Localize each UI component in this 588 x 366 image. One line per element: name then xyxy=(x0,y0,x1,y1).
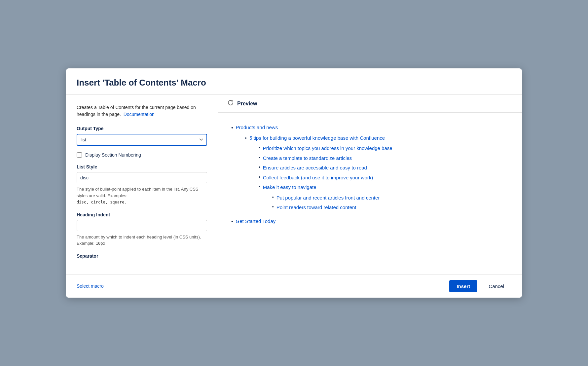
select-macro-link[interactable]: Select macro xyxy=(77,283,104,289)
cancel-button[interactable]: Cancel xyxy=(481,280,511,292)
list-style-help: The style of bullet-point applied to eac… xyxy=(77,186,207,205)
output-type-group: Output Type list flat xyxy=(77,126,207,146)
right-panel: Preview Products and news 5 tips for bui… xyxy=(218,95,522,274)
toc-link-get-started[interactable]: Get Started Today xyxy=(236,217,509,226)
toc-item-level4-1: Point readers toward related content xyxy=(272,203,509,212)
toc-item-level3-0: Prioritize which topics you address in y… xyxy=(259,144,509,153)
output-type-label: Output Type xyxy=(77,126,207,131)
insert-button[interactable]: Insert xyxy=(449,280,477,292)
section-numbering-label: Display Section Numbering xyxy=(85,152,141,158)
separator-label: Separator xyxy=(77,253,207,259)
toc-item-level3-4: Make it easy to navigate Put popular and… xyxy=(259,183,509,213)
list-style-label: List Style xyxy=(77,164,207,169)
description-text: Creates a Table of Contents for the curr… xyxy=(77,104,207,118)
toc-link-navigate[interactable]: Make it easy to navigate xyxy=(263,183,509,192)
heading-indent-label: Heading Indent xyxy=(77,212,207,217)
toc-link-template[interactable]: Create a template to standardize article… xyxy=(263,154,509,163)
dialog-header: Insert 'Table of Contents' Macro xyxy=(66,68,522,95)
documentation-link[interactable]: Documentation xyxy=(124,112,155,117)
toc-item-level3-2: Ensure articles are accessible and easy … xyxy=(259,164,509,172)
toc-link-related[interactable]: Point readers toward related content xyxy=(276,203,509,212)
toc-item-level4-0: Put popular and recent articles front an… xyxy=(272,194,509,202)
separator-group: Separator xyxy=(77,253,207,259)
toc-root: Products and news 5 tips for building a … xyxy=(231,123,509,226)
toc-link-5tips[interactable]: 5 tips for building a powerful knowledge… xyxy=(249,134,509,142)
output-type-select[interactable]: list flat xyxy=(77,134,207,146)
toc-item-level3-1: Create a template to standardize article… xyxy=(259,154,509,163)
insert-macro-dialog: Insert 'Table of Contents' Macro Creates… xyxy=(66,68,522,298)
toc-link-products-and-news[interactable]: Products and news xyxy=(236,123,509,132)
preview-title: Preview xyxy=(237,101,257,107)
toc-link-accessible[interactable]: Ensure articles are accessible and easy … xyxy=(263,164,509,172)
heading-indent-group: Heading Indent The amount by which to in… xyxy=(77,212,207,247)
toc-link-prioritize[interactable]: Prioritize which topics you address in y… xyxy=(263,144,509,153)
heading-indent-help: The amount by which to indent each headi… xyxy=(77,234,207,247)
dialog-footer: Select macro Insert Cancel xyxy=(66,274,522,298)
list-style-input[interactable] xyxy=(77,172,207,183)
list-style-group: List Style The style of bullet-point app… xyxy=(77,164,207,205)
section-numbering-checkbox[interactable] xyxy=(77,152,82,158)
toc-item-level1-0: Products and news 5 tips for building a … xyxy=(231,123,509,216)
dialog-title: Insert 'Table of Contents' Macro xyxy=(77,78,511,88)
refresh-icon xyxy=(227,99,234,108)
toc-item-level1-1: Get Started Today xyxy=(231,217,509,226)
toc-item-level3-3: Collect feedback (and use it to improve … xyxy=(259,173,509,182)
preview-content: Products and news 5 tips for building a … xyxy=(218,113,522,274)
footer-buttons: Insert Cancel xyxy=(449,280,511,292)
preview-header: Preview xyxy=(218,95,522,113)
section-numbering-group: Display Section Numbering xyxy=(77,152,207,158)
left-panel: Creates a Table of Contents for the curr… xyxy=(66,95,218,274)
toc-link-feedback[interactable]: Collect feedback (and use it to improve … xyxy=(263,173,509,182)
dialog-body: Creates a Table of Contents for the curr… xyxy=(66,95,522,274)
heading-indent-input[interactable] xyxy=(77,220,207,231)
toc-item-level2-0: 5 tips for building a powerful knowledge… xyxy=(245,134,509,214)
toc-link-popular[interactable]: Put popular and recent articles front an… xyxy=(276,194,509,202)
